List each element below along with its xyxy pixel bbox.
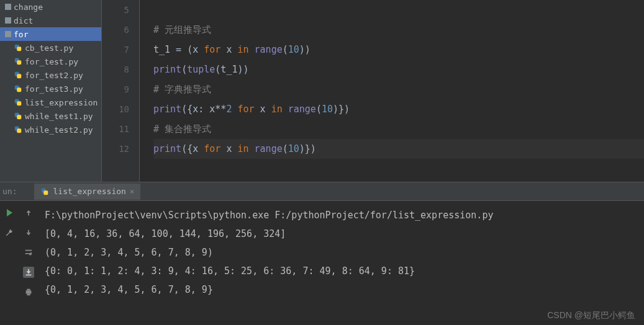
python-icon — [14, 71, 22, 79]
python-icon — [14, 112, 22, 120]
file-item[interactable]: cb_test.py — [0, 41, 101, 55]
close-icon[interactable]: × — [130, 187, 134, 196]
svg-rect-18 — [27, 294, 30, 296]
soft-wrap-icon[interactable] — [23, 247, 34, 258]
wrench-icon[interactable] — [4, 227, 15, 238]
svg-rect-5 — [17, 74, 21, 78]
python-icon — [14, 98, 22, 107]
line-number: 6 — [102, 20, 129, 40]
tree-label: while_test1.py — [25, 112, 93, 121]
code-line[interactable]: print(tuple(t_1)) — [153, 60, 644, 79]
line-number: 5 — [102, 0, 129, 20]
svg-rect-13 — [17, 128, 21, 133]
svg-rect-11 — [17, 115, 21, 119]
code-area[interactable]: # 元组推导式t_1 = (x for x in range(10))print… — [139, 0, 644, 182]
svg-rect-3 — [17, 60, 21, 65]
line-number: 10 — [102, 99, 129, 119]
folder-item[interactable]: dict — [0, 14, 101, 27]
file-item[interactable]: while_test1.py — [0, 109, 101, 123]
code-line[interactable]: # 元组推导式 — [153, 20, 644, 40]
svg-rect-17 — [27, 289, 30, 291]
run-header: un: list_expression × — [0, 182, 644, 201]
run-tool-column-1 — [0, 201, 19, 304]
code-line[interactable]: # 集合推导式 — [153, 119, 644, 139]
tree-label: while_test2.py — [25, 125, 93, 135]
run-tab[interactable]: list_expression × — [34, 184, 140, 200]
tree-label: cb_test.py — [25, 43, 73, 53]
line-gutter: 56789101112 — [102, 0, 139, 182]
file-item[interactable]: list_expression — [0, 96, 101, 109]
line-number: 12 — [102, 139, 129, 159]
folder-item[interactable]: change — [0, 0, 101, 14]
line-number: 9 — [102, 79, 129, 99]
folder-icon — [5, 17, 11, 24]
tree-label: for_test3.py — [25, 84, 83, 94]
run-panel: un: list_expression × — [0, 182, 644, 304]
svg-rect-7 — [17, 87, 21, 92]
code-line[interactable]: t_1 = (x for x in range(10)) — [153, 40, 644, 60]
file-item[interactable]: while_test2.py — [0, 123, 101, 136]
tree-label: dict — [14, 16, 33, 25]
up-arrow-icon[interactable] — [23, 207, 34, 218]
code-line[interactable]: print({x: x**2 for x in range(10)}) — [153, 99, 644, 119]
svg-rect-9 — [17, 101, 21, 105]
code-line[interactable]: print({x for x in range(10)}) — [153, 139, 644, 159]
scroll-to-end-icon[interactable] — [23, 267, 34, 278]
python-icon — [14, 43, 22, 52]
run-tool-column-2 — [19, 201, 39, 304]
python-icon — [14, 125, 22, 134]
run-tab-label: list_expression — [53, 187, 125, 196]
code-line[interactable] — [153, 0, 644, 20]
svg-rect-16 — [26, 290, 32, 293]
code-editor[interactable]: 56789101112 # 元组推导式t_1 = (x for x in ran… — [102, 0, 644, 182]
svg-rect-1 — [17, 47, 21, 51]
folder-item[interactable]: for — [0, 27, 101, 41]
line-number: 7 — [102, 40, 129, 60]
tree-label: for_test.py — [25, 57, 78, 66]
svg-rect-15 — [44, 190, 48, 195]
project-sidebar[interactable]: changedictforcb_test.pyfor_test.pyfor_te… — [0, 0, 102, 182]
folder-icon — [5, 31, 11, 37]
tree-label: for_test2.py — [25, 71, 83, 80]
file-item[interactable]: for_test3.py — [0, 82, 101, 96]
console-output[interactable]: F:\pythonProject\venv\Scripts\python.exe… — [39, 201, 644, 304]
tree-label: change — [14, 2, 43, 12]
line-number: 11 — [102, 119, 129, 139]
code-line[interactable]: # 字典推导式 — [153, 79, 644, 99]
watermark: CSDN @短尾巴小鳄鱼 — [547, 310, 635, 321]
python-icon — [40, 187, 49, 196]
python-icon — [14, 57, 22, 66]
file-item[interactable]: for_test2.py — [0, 68, 101, 82]
tree-label: for — [14, 30, 28, 39]
print-icon[interactable] — [23, 287, 34, 298]
python-icon — [14, 84, 22, 93]
rerun-icon[interactable] — [4, 207, 15, 218]
run-label: un: — [2, 187, 17, 196]
line-number: 8 — [102, 60, 129, 79]
file-item[interactable]: for_test.py — [0, 55, 101, 68]
down-arrow-icon[interactable] — [23, 227, 34, 238]
tree-label: list_expression — [25, 98, 98, 107]
folder-icon — [5, 4, 11, 10]
